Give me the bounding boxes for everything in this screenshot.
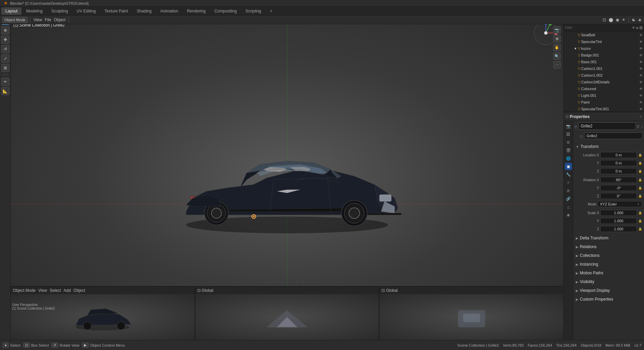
section-relations[interactable]: ▶ Relations <box>574 243 643 251</box>
tool-annotate[interactable]: ✏ <box>1 78 9 86</box>
filter-btn-hide[interactable]: 🖼 <box>639 26 643 30</box>
viewport-shading-material[interactable]: ◉ <box>615 17 620 23</box>
prop-tab-data[interactable]: △ <box>565 203 572 210</box>
mesh-name-display[interactable]: Grille2 <box>584 132 643 139</box>
rotation-y-lock[interactable]: 🔒 <box>638 186 642 190</box>
vis-base001[interactable]: 👁 <box>639 60 643 64</box>
prop-tab-scene[interactable]: 🎬 <box>565 147 572 154</box>
vis-kuzov[interactable]: 👁 <box>639 47 643 50</box>
section-transform[interactable]: ▼ Transform <box>574 143 643 151</box>
overlay-toggle[interactable]: ☯ <box>631 17 636 23</box>
tool-measure[interactable]: 📐 <box>1 87 9 95</box>
location-z-lock[interactable]: 🔒 <box>638 169 642 173</box>
bvs-global-right[interactable]: ⊡ Global <box>381 287 398 294</box>
select-menu[interactable]: File <box>44 17 52 23</box>
tab-add[interactable]: + <box>266 7 276 15</box>
prop-tab-constraints[interactable]: 🔗 <box>565 195 572 202</box>
rotation-x-value[interactable]: 90° <box>600 177 637 183</box>
tab-modeling[interactable]: Modeling <box>22 7 47 15</box>
scale-z-value[interactable]: 1.000 <box>600 226 637 232</box>
prop-tab-world[interactable]: 🌐 <box>565 155 572 162</box>
vis-carbon1mdetails[interactable]: 👁 <box>639 80 643 84</box>
object-menu[interactable]: Object <box>53 17 67 23</box>
xray-toggle[interactable]: ◈ <box>638 17 642 23</box>
filter-btn-select[interactable]: ◈ <box>636 26 639 30</box>
outliner-item-base001[interactable]: ▽ Base.001 👁 <box>564 59 644 65</box>
scale-y-value[interactable]: 1.000 <box>600 218 637 224</box>
tool-rotate[interactable]: ↺ <box>1 45 9 53</box>
section-instancing[interactable]: ▶ Instancing <box>574 260 643 268</box>
filter-btn-restrict[interactable]: 👁 <box>632 26 635 30</box>
prop-tab-render[interactable]: 📷 <box>565 122 572 130</box>
scale-x-lock[interactable]: 🔒 <box>638 211 642 215</box>
section-motion-paths[interactable]: ▶ Motion Paths <box>574 269 643 277</box>
section-custom-properties[interactable]: ▶ Custom Properties <box>574 295 643 303</box>
tool-cursor[interactable]: ⊕ <box>1 26 9 34</box>
vp-icon-camera[interactable]: 📷 <box>553 26 561 34</box>
vp-icon-more[interactable]: ⋯ <box>553 61 561 69</box>
scale-y-lock[interactable]: 🔒 <box>638 219 642 223</box>
tab-shading[interactable]: Shading <box>133 7 156 15</box>
rotation-y-value[interactable]: -0° <box>600 185 637 191</box>
outliner-item-carbon1001[interactable]: ▽ Carbon1.001 👁 <box>564 65 644 72</box>
rotation-z-value[interactable]: 0° <box>600 193 637 199</box>
fake-user-toggle[interactable]: F <box>637 125 639 129</box>
tab-texture-paint[interactable]: Texture Paint <box>100 7 132 15</box>
vis-carbon1001[interactable]: 👁 <box>639 67 643 71</box>
vis-coloured[interactable]: 👁 <box>639 87 643 91</box>
bvs-global-middle[interactable]: ⊡ Global <box>197 287 214 294</box>
viewport-shading-wire[interactable]: ⊡ <box>602 17 607 23</box>
location-y-lock[interactable]: 🔒 <box>638 161 642 165</box>
tool-transform[interactable]: ⊞ <box>1 64 9 72</box>
tab-rendering[interactable]: Rendering <box>183 7 209 15</box>
prop-tab-modifiers[interactable]: 🔧 <box>565 171 572 178</box>
tool-scale[interactable]: ⤢ <box>1 54 9 63</box>
scale-x-value[interactable]: 1.000 <box>600 210 637 216</box>
scale-z-lock[interactable]: 🔒 <box>638 227 642 231</box>
prop-tab-particles[interactable]: ⚛ <box>565 179 572 186</box>
prop-tab-physics[interactable]: ⊕ <box>565 187 572 194</box>
vis-seatbelt[interactable]: 👁 <box>639 33 643 37</box>
vis-st001[interactable]: 👁 <box>639 107 643 111</box>
tab-animation[interactable]: Animation <box>156 7 182 15</box>
section-delta-transform[interactable]: ▶ Delta Transform <box>574 234 643 242</box>
prop-tab-material[interactable]: ◉ <box>565 211 572 219</box>
vis-badge001[interactable]: 👁 <box>639 53 643 57</box>
tab-compositing[interactable]: Compositing <box>210 7 241 15</box>
vp-icon-zoom[interactable]: 🔍 <box>553 52 561 60</box>
rotation-mode-value[interactable]: XYZ Euler ▼ <box>598 201 642 207</box>
outliner-item-seatbelt[interactable]: ▽ SeatBelt 👁 <box>564 32 644 38</box>
prop-tab-output[interactable]: 🖼 <box>565 130 572 138</box>
rotation-z-lock[interactable]: 🔒 <box>638 194 642 198</box>
tab-scripting[interactable]: Scripting <box>241 7 265 15</box>
view-menu[interactable]: View <box>33 17 43 23</box>
outliner-item-speculartint[interactable]: ▽ SpecularTint 👁 <box>564 38 644 45</box>
location-x-value[interactable]: 0 m <box>600 152 637 158</box>
vis-paint[interactable]: 👁 <box>639 101 643 104</box>
outliner-item-kuzov[interactable]: ▼ ▽ kuzov 👁 <box>564 45 644 52</box>
viewport-shading-solid[interactable]: ⬤ <box>608 17 614 23</box>
bvs-view-left[interactable]: View <box>38 287 48 294</box>
vis-speculartint[interactable]: 👁 <box>639 40 643 44</box>
location-y-value[interactable]: 0 m <box>600 160 637 166</box>
section-viewport-display[interactable]: ▶ Viewport Display <box>574 286 643 295</box>
tool-move[interactable]: ✥ <box>1 36 9 44</box>
tab-layout[interactable]: Layout <box>1 7 22 15</box>
rotation-x-lock[interactable]: 🔒 <box>638 178 642 182</box>
location-x-lock[interactable]: 🔒 <box>638 153 642 157</box>
prop-tab-view[interactable]: ⊞ <box>565 139 572 146</box>
bvs-mode-left[interactable]: Object Mode <box>12 287 36 294</box>
bvs-add-left[interactable]: Add <box>63 287 71 294</box>
outliner-item-badge001[interactable]: ▽ Badge.001 👁 <box>564 52 644 59</box>
tab-uv-editing[interactable]: UV Editing <box>73 7 100 15</box>
tab-sculpting[interactable]: Sculpting <box>47 7 72 15</box>
viewport-shading-rendered[interactable]: ☀ <box>621 17 626 23</box>
mode-selector[interactable]: Object Mode <box>2 17 28 23</box>
bvs-obj-left[interactable]: Object <box>73 287 86 294</box>
vis-carbon1002[interactable]: 👁 <box>639 74 643 77</box>
outliner-item-carbon1mdetails[interactable]: ▽ Carbon1MDetails 👁 <box>564 79 644 85</box>
section-collections[interactable]: ▶ Collections <box>574 251 643 260</box>
vis-light001[interactable]: 👁 <box>639 94 643 98</box>
vp-icon-hand[interactable]: ✋ <box>553 44 561 51</box>
section-visibility[interactable]: ▶ Visibility <box>574 278 643 286</box>
